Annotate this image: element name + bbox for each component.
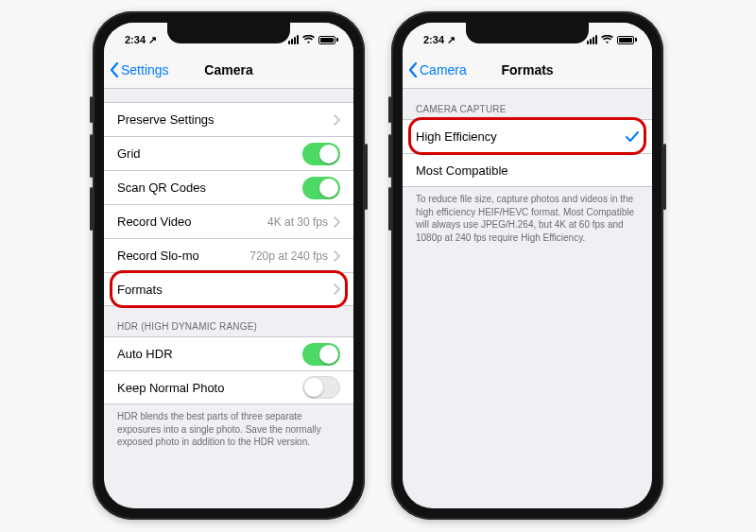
footer-formats: To reduce file size, capture photos and … xyxy=(403,187,652,255)
location-icon: ↗ xyxy=(447,34,455,46)
formats-content[interactable]: CAMERA CAPTURE High Efficiency Most Comp… xyxy=(403,89,652,508)
row-grid[interactable]: Grid xyxy=(104,136,353,170)
row-label: Record Video xyxy=(117,215,267,229)
footer-hdr: HDR blends the best parts of three separ… xyxy=(104,404,353,460)
toggle-keep-normal[interactable] xyxy=(302,376,340,399)
signal-icon xyxy=(587,35,597,44)
back-button[interactable]: Camera xyxy=(408,62,467,77)
chevron-left-icon xyxy=(408,62,418,77)
row-label: Record Slo-mo xyxy=(117,249,249,263)
wifi-icon xyxy=(601,35,613,44)
toggle-auto-hdr[interactable] xyxy=(302,343,340,366)
row-label: Preserve Settings xyxy=(117,112,334,127)
battery-icon xyxy=(318,36,338,44)
row-label: Formats xyxy=(117,283,334,297)
row-scan-qr[interactable]: Scan QR Codes xyxy=(104,170,353,204)
notch xyxy=(466,23,589,43)
row-auto-hdr[interactable]: Auto HDR xyxy=(104,336,353,370)
side-button xyxy=(365,144,368,210)
nav-bar: Camera Formats xyxy=(403,51,652,89)
toggle-grid[interactable] xyxy=(302,143,340,165)
side-button xyxy=(663,144,666,210)
back-label: Settings xyxy=(121,62,169,77)
row-preserve-settings[interactable]: Preserve Settings xyxy=(104,102,353,136)
back-button[interactable]: Settings xyxy=(110,62,169,77)
row-keep-normal[interactable]: Keep Normal Photo xyxy=(104,370,353,404)
toggle-scan-qr[interactable] xyxy=(302,177,340,199)
row-formats[interactable]: Formats xyxy=(104,272,353,306)
side-button xyxy=(388,96,391,123)
check-icon xyxy=(626,131,639,143)
phone-left: 2:34 ↗ Settings Camera Preserve Settings xyxy=(93,11,365,520)
chevron-right-icon xyxy=(334,216,340,228)
section-header-hdr: HDR (HIGH DYNAMIC RANGE) xyxy=(104,306,353,336)
back-label: Camera xyxy=(420,62,467,77)
wifi-icon xyxy=(302,35,315,44)
chevron-left-icon xyxy=(110,62,119,77)
nav-bar: Settings Camera xyxy=(104,51,353,89)
side-button xyxy=(90,96,93,123)
row-label: Most Compatible xyxy=(416,163,639,178)
row-most-compatible[interactable]: Most Compatible xyxy=(403,153,652,187)
row-record-video[interactable]: Record Video 4K at 30 fps xyxy=(104,204,353,238)
side-button xyxy=(90,134,93,178)
status-time: 2:34 xyxy=(423,34,444,45)
settings-content[interactable]: Preserve Settings Grid Scan QR Codes Rec… xyxy=(104,89,353,508)
phone-right: 2:34 ↗ Camera Formats CAMERA CAPTURE Hig… xyxy=(391,11,663,520)
chevron-right-icon xyxy=(334,250,340,262)
row-record-slomo[interactable]: Record Slo-mo 720p at 240 fps xyxy=(104,238,353,272)
row-value: 720p at 240 fps xyxy=(249,249,328,263)
chevron-right-icon xyxy=(334,114,340,126)
row-label: Scan QR Codes xyxy=(117,180,302,195)
location-icon: ↗ xyxy=(148,34,157,46)
signal-icon xyxy=(288,35,299,44)
side-button xyxy=(90,187,93,231)
battery-icon xyxy=(617,36,637,44)
row-label: Auto HDR xyxy=(117,347,302,361)
row-high-efficiency[interactable]: High Efficiency xyxy=(403,119,652,153)
row-label: Grid xyxy=(117,146,302,161)
side-button xyxy=(388,187,391,231)
status-time: 2:34 xyxy=(125,34,146,45)
side-button xyxy=(388,134,391,178)
row-label: High Efficiency xyxy=(416,129,626,144)
row-label: Keep Normal Photo xyxy=(117,381,302,395)
chevron-right-icon xyxy=(334,283,340,295)
section-header-capture: CAMERA CAPTURE xyxy=(403,89,652,119)
row-value: 4K at 30 fps xyxy=(267,215,328,229)
notch xyxy=(167,23,290,43)
